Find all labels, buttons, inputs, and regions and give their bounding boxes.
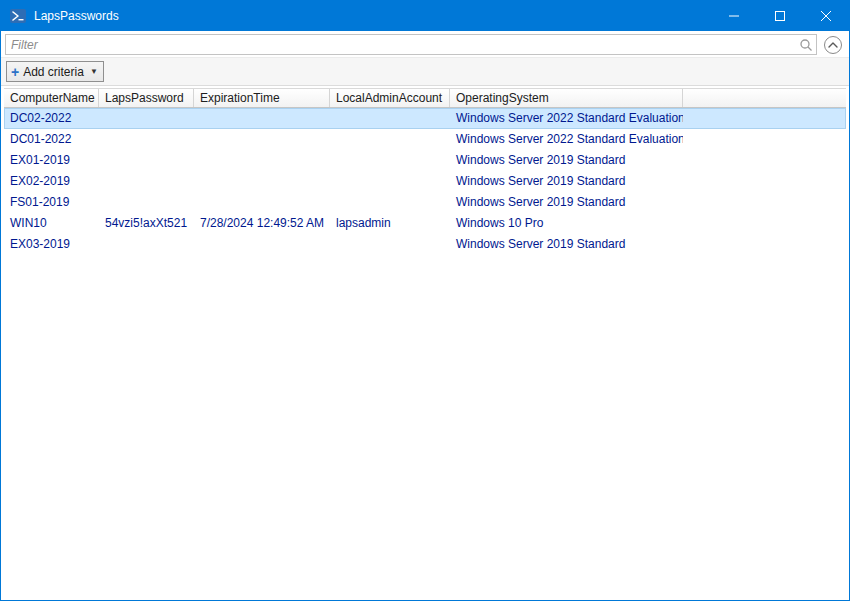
table-row[interactable]: EX03-2019Windows Server 2019 Standard xyxy=(4,234,846,255)
table-cell xyxy=(99,150,194,171)
filter-input[interactable] xyxy=(6,35,816,54)
table-cell xyxy=(683,234,846,255)
maximize-button[interactable] xyxy=(757,1,803,31)
table-cell xyxy=(194,192,330,213)
table-cell xyxy=(194,171,330,192)
table-cell xyxy=(683,213,846,234)
close-button[interactable] xyxy=(803,1,849,31)
table-cell: FS01-2019 xyxy=(4,192,99,213)
table-cell: Windows Server 2019 Standard xyxy=(450,234,683,255)
table-cell xyxy=(99,171,194,192)
table-row[interactable]: FS01-2019Windows Server 2019 Standard xyxy=(4,192,846,213)
table-cell: DC02-2022 xyxy=(4,108,99,129)
table-cell xyxy=(683,150,846,171)
column-header-filler xyxy=(683,89,846,107)
table-cell xyxy=(330,150,450,171)
criteria-bar: + Add criteria ▼ xyxy=(1,57,849,86)
column-header-localadminaccount[interactable]: LocalAdminAccount xyxy=(330,89,450,107)
powershell-icon xyxy=(9,8,27,24)
column-header-lapspassword[interactable]: LapsPassword xyxy=(99,89,194,107)
table-cell: Windows 10 Pro xyxy=(450,213,683,234)
search-icon xyxy=(799,38,813,52)
table-row[interactable]: DC01-2022Windows Server 2022 Standard Ev… xyxy=(4,129,846,150)
table-row[interactable]: EX02-2019Windows Server 2019 Standard xyxy=(4,171,846,192)
filter-input-wrap xyxy=(5,34,817,55)
table-cell: Windows Server 2019 Standard xyxy=(450,171,683,192)
chevron-down-icon: ▼ xyxy=(90,67,98,76)
table-cell: EX03-2019 xyxy=(4,234,99,255)
table-cell xyxy=(330,192,450,213)
table-row[interactable]: DC02-2022Windows Server 2022 Standard Ev… xyxy=(4,108,846,129)
results-grid: ComputerNameLapsPasswordExpirationTimeLo… xyxy=(1,86,849,600)
table-cell xyxy=(683,129,846,150)
table-cell xyxy=(330,108,450,129)
plus-icon: + xyxy=(11,65,19,79)
window-controls xyxy=(711,1,849,31)
minimize-button[interactable] xyxy=(711,1,757,31)
table-cell: Windows Server 2019 Standard xyxy=(450,192,683,213)
table-cell xyxy=(330,129,450,150)
table-cell xyxy=(99,108,194,129)
table-cell xyxy=(99,234,194,255)
table-cell: WIN10 xyxy=(4,213,99,234)
table-cell xyxy=(99,192,194,213)
table-cell xyxy=(194,150,330,171)
table-cell: EX02-2019 xyxy=(4,171,99,192)
chevron-up-icon xyxy=(828,42,838,48)
table-row[interactable]: WIN1054vzi5!axXt5217/28/2024 12:49:52 AM… xyxy=(4,213,846,234)
table-cell xyxy=(683,108,846,129)
table-cell: Windows Server 2019 Standard xyxy=(450,150,683,171)
window-title: LapsPasswords xyxy=(34,9,711,23)
column-header-computername[interactable]: ComputerName xyxy=(4,89,99,107)
table-cell: Windows Server 2022 Standard Evaluation xyxy=(450,129,683,150)
table-cell xyxy=(683,192,846,213)
filter-row xyxy=(1,31,849,57)
table-cell xyxy=(330,234,450,255)
table-cell: DC01-2022 xyxy=(4,129,99,150)
grid-header-row: ComputerNameLapsPasswordExpirationTimeLo… xyxy=(4,88,846,108)
outgridview-window: LapsPasswords xyxy=(0,0,850,601)
add-criteria-button[interactable]: + Add criteria ▼ xyxy=(6,61,104,82)
table-cell: 7/28/2024 12:49:52 AM xyxy=(194,213,330,234)
table-cell: Windows Server 2022 Standard Evaluation xyxy=(450,108,683,129)
table-cell: lapsadmin xyxy=(330,213,450,234)
column-header-operatingsystem[interactable]: OperatingSystem xyxy=(450,89,683,107)
add-criteria-label: Add criteria xyxy=(23,65,84,79)
table-cell: 54vzi5!axXt521 xyxy=(99,213,194,234)
table-cell xyxy=(194,129,330,150)
table-cell: EX01-2019 xyxy=(4,150,99,171)
table-cell xyxy=(194,234,330,255)
table-row[interactable]: EX01-2019Windows Server 2019 Standard xyxy=(4,150,846,171)
title-bar[interactable]: LapsPasswords xyxy=(1,1,849,31)
table-cell xyxy=(99,129,194,150)
table-cell xyxy=(683,171,846,192)
table-cell xyxy=(194,108,330,129)
table-cell xyxy=(330,171,450,192)
column-header-expirationtime[interactable]: ExpirationTime xyxy=(194,89,330,107)
collapse-criteria-button[interactable] xyxy=(824,36,842,54)
grid-body: DC02-2022Windows Server 2022 Standard Ev… xyxy=(4,108,846,600)
